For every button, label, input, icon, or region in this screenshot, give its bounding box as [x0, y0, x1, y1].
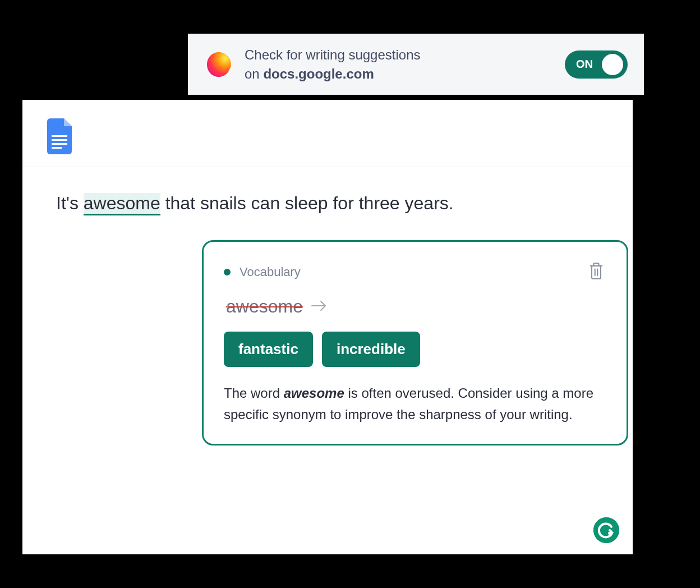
suggestion-chip-fantastic[interactable]: fantastic	[224, 332, 313, 367]
grammarly-badge[interactable]	[593, 517, 619, 543]
strikethrough-row: awesome	[224, 296, 606, 317]
trash-icon	[588, 262, 604, 280]
card-header-left: Vocabulary	[224, 265, 301, 279]
document-header	[22, 100, 633, 167]
document-sentence[interactable]: It's awesome that snails can sleep for t…	[56, 190, 599, 217]
notification-text: Check for writing suggestions on docs.go…	[245, 45, 554, 83]
google-docs-icon	[45, 118, 74, 149]
suggestion-chip-incredible[interactable]: incredible	[322, 332, 420, 367]
notification-line1: Check for writing suggestions	[245, 47, 420, 62]
toggle-knob	[602, 54, 623, 75]
arrow-right-icon	[311, 298, 328, 316]
card-header: Vocabulary	[224, 260, 606, 284]
strike-word: awesome	[226, 296, 303, 317]
sentence-prefix: It's	[56, 193, 84, 213]
suggestions-toggle[interactable]: ON	[565, 50, 628, 79]
notification-bar: Check for writing suggestions on docs.go…	[188, 34, 644, 95]
grammarly-icon	[593, 517, 619, 543]
svg-rect-3	[52, 143, 67, 145]
document-window: It's awesome that snails can sleep for t…	[22, 100, 633, 554]
svg-rect-1	[52, 135, 67, 137]
svg-rect-2	[52, 139, 67, 141]
svg-rect-4	[52, 147, 62, 149]
document-body: It's awesome that snails can sleep for t…	[22, 167, 633, 239]
explanation-text: The word awesome is often overused. Cons…	[224, 383, 606, 426]
firefox-icon	[204, 50, 233, 79]
category-label: Vocabulary	[240, 265, 301, 279]
toggle-label: ON	[576, 58, 593, 71]
suggestions-row: fantastic incredible	[224, 332, 606, 367]
sentence-suffix: that snails can sleep for three years.	[160, 193, 454, 213]
notification-domain: docs.google.com	[263, 66, 374, 81]
highlighted-word[interactable]: awesome	[84, 193, 160, 215]
explanation-prefix: The word	[224, 385, 284, 401]
svg-point-5	[593, 517, 619, 543]
category-dot-icon	[224, 269, 231, 275]
dismiss-button[interactable]	[586, 260, 606, 284]
suggestion-card: Vocabulary awesome fantastic incredible …	[202, 240, 628, 445]
explanation-word: awesome	[284, 385, 344, 401]
notification-line2-prefix: on	[245, 66, 263, 81]
